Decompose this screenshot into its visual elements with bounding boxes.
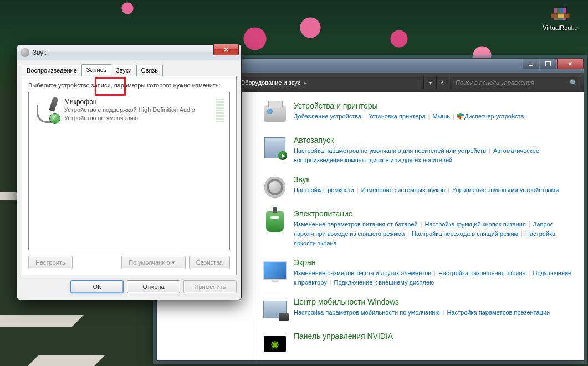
category-title[interactable]: Звук xyxy=(294,175,572,184)
sound-dialog-close-button[interactable]: ✕ xyxy=(213,44,239,55)
search-icon: 🔍 xyxy=(570,79,577,86)
category-4: ЭкранИзменение размеров текста и других … xyxy=(263,258,572,287)
category-0: Устройства и принтерыДобавление устройст… xyxy=(263,101,572,126)
configure-button[interactable]: Настроить xyxy=(28,256,73,269)
ok-button[interactable]: ОК xyxy=(70,280,124,293)
task-link[interactable]: Настройка перехода в спящий режим xyxy=(412,230,518,237)
category-icon xyxy=(263,175,287,199)
apply-button[interactable]: Применить xyxy=(183,280,237,293)
tab-запись[interactable]: Запись xyxy=(81,64,111,75)
task-link[interactable]: Управление звуковыми устройствами xyxy=(452,187,559,193)
device-status: Устройство по умолчанию xyxy=(64,114,195,122)
task-link[interactable]: Изменение размеров текста и других элеме… xyxy=(294,270,431,276)
maximize-button[interactable] xyxy=(540,59,556,69)
category-6: ◉Панель управления NVIDIA xyxy=(263,332,572,356)
task-link[interactable]: Настройка разрешения экрана xyxy=(438,270,526,276)
breadcrumb-2[interactable]: Оборудование и звук xyxy=(237,79,304,86)
chevron-down-icon: ▼ xyxy=(170,260,176,265)
tab-воспроизведение[interactable]: Воспроизведение xyxy=(22,65,82,76)
category-icon xyxy=(263,297,287,322)
shield-icon xyxy=(457,113,464,120)
task-link[interactable]: Подключение к внешнему дисплею xyxy=(334,279,434,286)
category-title[interactable]: Автозапуск xyxy=(294,136,572,145)
task-link[interactable]: Настройка параметров мобильности по умол… xyxy=(294,309,440,316)
category-title[interactable]: Устройства и принтеры xyxy=(294,101,572,110)
control-panel-content: Устройства и принтерыДобавление устройст… xyxy=(257,92,584,360)
category-3: ЭлектропитаниеИзменение параметров питан… xyxy=(263,209,572,248)
sound-dialog-titlebar[interactable]: Звук ✕ xyxy=(17,45,241,61)
task-link[interactable]: Настройка параметров презентации xyxy=(447,309,550,316)
sound-dialog-title: Звук xyxy=(33,49,47,56)
category-1: АвтозапускНастройка параметров по умолча… xyxy=(263,136,572,165)
set-default-button[interactable]: По умолчанию ▼ xyxy=(121,256,186,269)
task-link[interactable]: Добавление устройства xyxy=(294,113,361,120)
device-item-microphone[interactable]: Микрофон Устройство с поддержкой High De… xyxy=(30,94,228,127)
category-icon xyxy=(263,258,287,282)
category-icon xyxy=(263,136,287,160)
default-check-icon xyxy=(50,114,60,123)
category-title[interactable]: Панель управления NVIDIA xyxy=(294,332,572,341)
category-links: Настройка громкости|Изменение системных … xyxy=(294,185,572,195)
microphone-icon xyxy=(33,97,60,123)
breadcrumb-dropdown[interactable]: ▾ xyxy=(423,76,437,89)
category-links: Настройка параметров по умолчанию для но… xyxy=(294,146,572,165)
search-placeholder: Поиск в панели управления xyxy=(456,79,534,86)
category-title[interactable]: Экран xyxy=(294,258,572,267)
properties-button[interactable]: Свойства xyxy=(189,256,230,269)
desktop-icon-virtualrouter[interactable]: VirtualRout... xyxy=(538,6,582,31)
category-links: Настройка параметров мобильности по умол… xyxy=(294,308,572,317)
level-meter xyxy=(215,97,225,123)
category-2: ЗвукНастройка громкости|Изменение систем… xyxy=(263,175,572,199)
winrar-icon xyxy=(550,6,571,22)
category-links: Изменение параметров питания от батарей|… xyxy=(294,220,572,248)
device-driver: Устройство с поддержкой High Definition … xyxy=(64,106,195,114)
task-link[interactable]: Настройка громкости xyxy=(294,187,354,193)
category-title[interactable]: Центр мобильности Windows xyxy=(294,297,572,306)
task-link[interactable]: Настройка функций кнопок питания xyxy=(425,221,526,228)
task-link[interactable]: Установка принтера xyxy=(369,113,426,120)
category-5: Центр мобильности WindowsНастройка парам… xyxy=(263,297,572,322)
device-name: Микрофон xyxy=(64,98,195,106)
category-title[interactable]: Электропитание xyxy=(294,209,572,218)
device-list[interactable]: Микрофон Устройство с поддержкой High De… xyxy=(28,92,230,250)
sound-dialog-icon xyxy=(21,48,29,57)
sound-dialog: Звук ✕ ВоспроизведениеЗаписьЗвукиСвязь В… xyxy=(17,44,242,300)
category-icon: ◉ xyxy=(263,332,287,356)
recording-tab-panel: Выберите устройство записи, параметры ко… xyxy=(22,76,237,275)
task-link[interactable]: Мышь xyxy=(432,113,450,120)
category-icon xyxy=(263,209,287,234)
task-link[interactable]: Диспетчер устройств xyxy=(464,113,524,120)
cancel-button[interactable]: Отмена xyxy=(127,280,180,293)
close-button[interactable] xyxy=(557,59,584,69)
tab-звуки[interactable]: Звуки xyxy=(111,65,137,76)
category-links: Добавление устройства|Установка принтера… xyxy=(294,112,572,121)
desktop-icon-label: VirtualRout... xyxy=(538,24,582,31)
minimize-button[interactable] xyxy=(523,59,539,69)
tab-связь[interactable]: Связь xyxy=(136,65,163,76)
refresh-button[interactable]: ↻ xyxy=(437,76,449,89)
category-links: Изменение размеров текста и других элеме… xyxy=(294,269,572,287)
task-link[interactable]: Изменение параметров питания от батарей xyxy=(294,221,418,228)
instruction-text: Выберите устройство записи, параметры ко… xyxy=(28,82,230,89)
task-link[interactable]: Изменение системных звуков xyxy=(361,187,446,193)
task-link[interactable]: Настройка параметров по умолчанию для но… xyxy=(294,147,486,154)
category-icon xyxy=(263,101,287,126)
search-box[interactable]: Поиск в панели управления 🔍 xyxy=(452,76,580,89)
